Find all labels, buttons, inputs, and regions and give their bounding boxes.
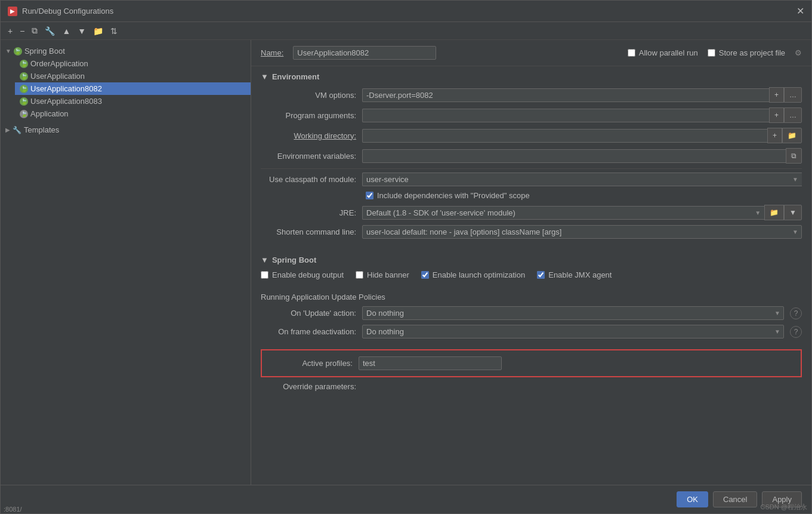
allow-parallel-checkbox[interactable] [628, 49, 635, 57]
update-policies-section: Running Application Update Policies On '… [251, 293, 811, 349]
spring-boot-expand-arrow: ▼ [261, 256, 268, 264]
jre-label: JRE: [261, 208, 356, 217]
spring-icon-order: 🍃 [20, 60, 28, 68]
update-action-help-icon[interactable]: ? [790, 307, 802, 319]
working-dir-input[interactable] [362, 129, 767, 143]
provided-scope-label: Include dependencies with "Provided" sco… [366, 191, 530, 200]
allow-parallel-label: Allow parallel run [639, 48, 698, 57]
spring-boot-header[interactable]: ▼ Spring Boot [261, 256, 802, 264]
spring-boot-group[interactable]: ▼ 🍃 Spring Boot [1, 45, 251, 57]
program-args-input-group: + … [362, 107, 802, 123]
active-profiles-box: Active profiles: [261, 349, 802, 377]
args-expand-button[interactable]: + [769, 107, 784, 123]
tree-item-user-application-8082[interactable]: 🍃 UserApplication8082 [15, 82, 251, 95]
spring-boot-section: ▼ Spring Boot Enable debug output Hide b… [251, 250, 811, 293]
name-label: Name: [261, 48, 283, 57]
copy-button[interactable]: ⧉ [29, 24, 40, 37]
tree-item-user-application-8083[interactable]: 🍃 UserApplication8083 [15, 95, 251, 107]
frame-deact-row: On frame deactivation: Do nothing Update… [261, 325, 802, 338]
title-bar-left: ▶ Run/Debug Configurations [8, 7, 113, 16]
move-down-button[interactable]: ▼ [75, 25, 88, 37]
vm-expand-button[interactable]: + [769, 87, 784, 103]
templates-arrow: ▶ [5, 127, 10, 133]
jre-row: JRE: Default (1.8 - SDK of 'user-service… [261, 205, 802, 220]
debug-output-label: Enable debug output [261, 270, 344, 279]
add-button[interactable]: + [5, 25, 15, 37]
store-project-label: Store as project file [719, 48, 785, 57]
spring-icon-8083: 🍃 [20, 97, 28, 106]
classpath-select-wrapper: user-service ▼ [362, 173, 802, 186]
dir-expand-button[interactable]: + [767, 128, 782, 143]
bottom-buttons: OK Cancel Apply [1, 485, 811, 513]
tree-item-user-application[interactable]: 🍃 UserApplication [15, 70, 251, 82]
tree-item-application[interactable]: 🍃 Application [15, 107, 251, 120]
environment-header[interactable]: ▼ Environment [261, 72, 802, 81]
shorten-cmd-label: Shorten command line: [261, 227, 356, 236]
divider-1 [261, 168, 802, 169]
jre-dropdown-btn[interactable]: ▼ [784, 205, 802, 220]
wrench-button[interactable]: 🔧 [42, 25, 57, 37]
program-args-row: Program arguments: + … [261, 107, 802, 123]
vm-options-row: VM options: + … [261, 87, 802, 103]
tree-children: 🍃 OrderApplication 🍃 UserApplication 🍃 U… [1, 57, 251, 120]
override-params-label: Override parameters: [261, 382, 356, 391]
header-right: Allow parallel run Store as project file… [628, 48, 802, 57]
port-bar: :8081/ [0, 504, 26, 514]
spring-icon-user: 🍃 [20, 72, 28, 81]
toolbar: + − ⧉ 🔧 ▲ ▼ 📁 ⇅ [1, 22, 811, 40]
vm-options-input[interactable] [362, 88, 769, 102]
dir-folder-button[interactable]: 📁 [782, 128, 802, 143]
folder-button[interactable]: 📁 [91, 25, 106, 37]
jmx-agent-checkbox[interactable] [537, 271, 545, 279]
gear-icon[interactable]: ⚙ [795, 48, 802, 57]
cancel-button[interactable]: Cancel [713, 491, 757, 507]
shorten-cmd-select[interactable]: user-local default: none - java [options… [362, 225, 802, 239]
classpath-row: Use classpath of module: user-service ▼ [261, 173, 802, 186]
program-args-input[interactable] [362, 109, 769, 122]
env-vars-label: Environment variables: [261, 152, 356, 161]
environment-title: Environment [272, 72, 319, 81]
vm-dots-button[interactable]: … [784, 87, 802, 103]
templates-wrench-icon: 🔧 [13, 126, 21, 134]
working-dir-row: Working directory: + 📁 [261, 128, 802, 143]
sort-button[interactable]: ⇅ [108, 25, 120, 37]
ok-button[interactable]: OK [677, 491, 708, 507]
env-vars-input[interactable] [362, 149, 786, 163]
frame-deact-select[interactable]: Do nothing Update classes and resources … [362, 325, 784, 338]
store-project-checkbox[interactable] [708, 49, 715, 57]
templates-label: Templates [24, 125, 59, 134]
frame-deact-select-wrapper: Do nothing Update classes and resources … [362, 325, 784, 338]
classpath-label: Use classpath of module: [261, 175, 356, 184]
provided-scope-checkbox[interactable] [366, 192, 373, 199]
config-header: Name: Allow parallel run Store as projec… [251, 40, 811, 66]
args-dots-button[interactable]: … [784, 107, 802, 123]
active-profiles-input[interactable] [359, 356, 502, 370]
env-vars-row: Environment variables: ⧉ [261, 148, 802, 164]
order-app-label: OrderApplication [30, 59, 88, 68]
debug-output-checkbox[interactable] [261, 271, 268, 279]
move-up-button[interactable]: ▲ [60, 25, 73, 37]
jre-folder-btn[interactable]: 📁 [764, 205, 784, 220]
run-debug-dialog: ▶ Run/Debug Configurations ✕ + − ⧉ 🔧 ▲ ▼… [0, 0, 812, 514]
hide-banner-checkbox[interactable] [356, 271, 363, 279]
watermark: CSDN @程治永 [761, 503, 807, 512]
spring-icon-8082: 🍃 [20, 85, 28, 93]
update-action-row: On 'Update' action: Do nothing Update cl… [261, 306, 802, 320]
tree-item-order-application[interactable]: 🍃 OrderApplication [15, 57, 251, 70]
env-copy-button[interactable]: ⧉ [786, 148, 802, 164]
vm-options-label: VM options: [261, 91, 356, 100]
launch-opt-checkbox[interactable] [421, 271, 429, 279]
environment-section: ▼ Environment VM options: + … Program ar… [251, 66, 811, 250]
spring-boot-options: Enable debug output Hide banner Enable l… [261, 270, 802, 279]
spring-icon-app: 🍃 [20, 110, 28, 118]
user-app-8082-label: UserApplication8082 [30, 84, 102, 93]
close-button[interactable]: ✕ [796, 5, 804, 17]
update-action-select-wrapper: Do nothing Update classes and resources … [362, 306, 784, 320]
frame-deact-help-icon[interactable]: ? [790, 326, 802, 338]
update-action-select[interactable]: Do nothing Update classes and resources … [362, 306, 784, 320]
name-input[interactable] [293, 46, 436, 60]
jre-select[interactable]: Default (1.8 - SDK of 'user-service' mod… [362, 206, 764, 220]
remove-button[interactable]: − [17, 25, 27, 37]
templates-group[interactable]: ▶ 🔧 Templates [1, 124, 251, 136]
classpath-select[interactable]: user-service [362, 173, 802, 186]
